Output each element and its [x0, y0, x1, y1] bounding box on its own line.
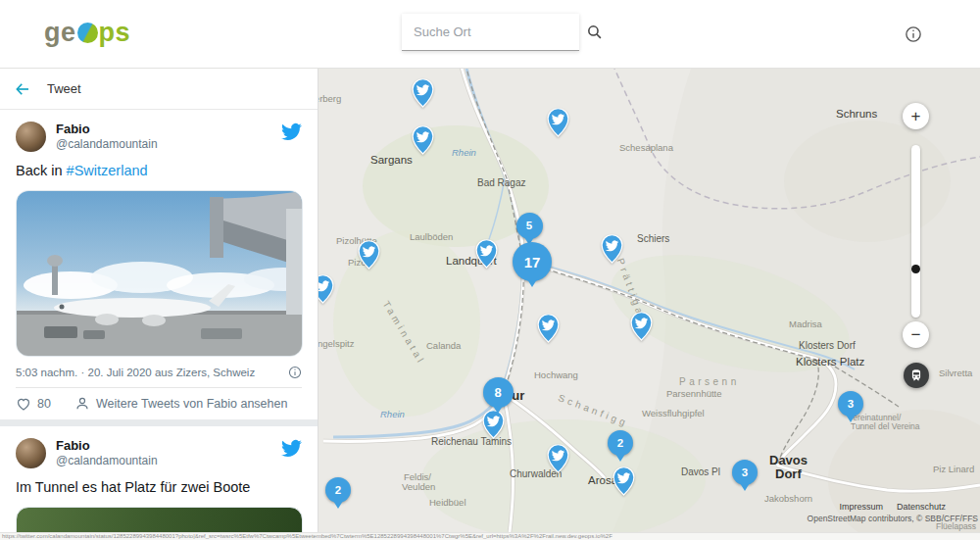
- map-label: Davos Pl: [681, 466, 720, 477]
- legal-links: Impressum Datenschutz: [839, 502, 946, 512]
- tweet-map-pin[interactable]: [537, 314, 560, 343]
- app-window: ge ps Tweet: [0, 0, 980, 540]
- tweet-cluster-marker[interactable]: 2: [325, 477, 351, 503]
- logo-text-ge: ge: [44, 18, 76, 48]
- avatar[interactable]: [16, 438, 46, 468]
- tweet-card: Fabio @calandamountain Back in #Switzerl…: [0, 110, 318, 419]
- tweet-map-pin[interactable]: [318, 274, 334, 304]
- map-label: Bad Ragaz: [477, 177, 525, 188]
- tweet-map-pin[interactable]: [630, 312, 653, 341]
- sidebar-title: Tweet: [47, 81, 81, 96]
- tweet-map-pin[interactable]: [475, 239, 498, 269]
- like-count[interactable]: 80: [37, 397, 51, 411]
- map-label: Parsenn: [679, 376, 740, 387]
- map-label: Dorf: [775, 466, 802, 481]
- search-icon[interactable]: [586, 24, 603, 40]
- tweet-map-pin[interactable]: [358, 240, 380, 270]
- map-label: Calanda: [426, 340, 461, 351]
- map-canvas[interactable]: FlumserbergSchrunsSchesaplanaRheinSargan…: [318, 69, 980, 532]
- tweet-photo[interactable]: [16, 507, 303, 532]
- tweet-map-pin[interactable]: [547, 444, 569, 473]
- map-label: Schruns: [836, 108, 877, 120]
- person-icon: [74, 396, 90, 412]
- train-icon: [909, 368, 923, 382]
- tweet-cluster-marker[interactable]: 17: [513, 242, 552, 281]
- map-label: Rhein: [380, 409, 405, 419]
- twitter-bird-icon[interactable]: [281, 438, 302, 459]
- tweet-cluster-marker[interactable]: 3: [732, 460, 758, 485]
- map-label: Heidbüel: [429, 497, 466, 508]
- like-heart-icon[interactable]: [16, 396, 31, 412]
- map-label: Jakobshorn: [764, 493, 812, 504]
- map-label: Hochwang: [534, 369, 578, 380]
- tweet-photo[interactable]: [16, 190, 303, 357]
- search-box: [402, 14, 579, 51]
- tweet-author-handle[interactable]: @calandamountain: [56, 137, 281, 152]
- tweet-sidebar: Tweet Fabio @calandamountain Back in #Sw…: [0, 69, 318, 532]
- tweet-map-pin[interactable]: [612, 466, 635, 496]
- geops-logo[interactable]: ge ps: [44, 18, 130, 48]
- tweet-cluster-marker[interactable]: 2: [608, 430, 633, 456]
- status-url-bar: https://twitter.com/calandamountain/stat…: [0, 532, 980, 540]
- logo-o-mark: [77, 23, 98, 43]
- tweet-card: Fabio @calandamountain Im Tunnel es hat …: [0, 426, 318, 532]
- map-label: Schiers: [637, 233, 669, 244]
- map-label: Klosters Dorf: [799, 340, 856, 351]
- zoom-in-button[interactable]: +: [903, 103, 929, 129]
- sidebar-header: Tweet: [0, 69, 318, 110]
- avatar[interactable]: [16, 122, 46, 152]
- tweet-map-pin[interactable]: [547, 108, 569, 137]
- map-label: Silvretta: [939, 368, 972, 378]
- logo-text-ps: ps: [99, 18, 131, 48]
- twitter-bird-icon[interactable]: [281, 122, 302, 142]
- back-arrow-icon[interactable]: [14, 80, 31, 98]
- map-label: Davos: [769, 453, 808, 467]
- map-label: Ringelspitz: [318, 338, 354, 349]
- datenschutz-link[interactable]: Datenschutz: [897, 502, 946, 512]
- tweet-info-icon[interactable]: [288, 366, 302, 379]
- tweet-map-pin[interactable]: [482, 410, 505, 439]
- tweet-author-name[interactable]: Fabio: [56, 122, 281, 137]
- tweet-text: Im Tunnel es hat Platz für zwei Boote: [16, 478, 302, 497]
- map-label: Madrisa: [789, 319, 822, 329]
- zoom-out-button[interactable]: −: [903, 321, 929, 348]
- map-label: Piz Linard: [933, 464, 974, 474]
- more-tweets-link[interactable]: Weitere Tweets von Fabio ansehen: [96, 397, 288, 411]
- tweet-timestamp[interactable]: 5:03 nachm. · 20. Juli 2020 aus Zizers, …: [16, 367, 255, 378]
- map-label: Laulböden: [410, 231, 453, 242]
- tweet-author-handle[interactable]: @calandamountain: [56, 454, 281, 468]
- app-header: ge ps: [0, 0, 980, 69]
- tweet-map-pin[interactable]: [412, 125, 434, 155]
- map-attribution: OpenStreetMap contributors, © SBB/CFF/FF…: [808, 514, 978, 523]
- info-icon[interactable]: [905, 25, 922, 43]
- map-label: Veulden: [402, 481, 435, 492]
- map-label: Rhein: [452, 147, 476, 158]
- tweet-text: Back in #Switzerland: [16, 162, 302, 180]
- tweet-map-pin[interactable]: [412, 78, 434, 108]
- hashtag-link[interactable]: #Switzerland: [67, 163, 148, 178]
- map-label: Sargans: [370, 154, 413, 166]
- map-label: Parsennhütte: [666, 388, 722, 399]
- impressum-link[interactable]: Impressum: [839, 502, 883, 512]
- map-label: Klosters Platz: [796, 356, 864, 368]
- card-separator: [0, 419, 318, 426]
- map-label: Tunnel del Vereina: [851, 421, 920, 431]
- search-input[interactable]: [414, 25, 586, 39]
- tweet-cluster-marker[interactable]: 3: [838, 391, 863, 417]
- map-label: Schesaplana: [619, 142, 673, 153]
- tweet-cluster-marker[interactable]: 8: [483, 377, 514, 408]
- tweet-map-pin[interactable]: [601, 234, 623, 264]
- tweet-cluster-marker[interactable]: 5: [516, 213, 543, 239]
- tweet-author-name[interactable]: Fabio: [56, 438, 281, 454]
- map-label: Weissfluhgipfel: [642, 408, 705, 418]
- train-layer-button[interactable]: [904, 363, 929, 388]
- zoom-slider-thumb[interactable]: [911, 265, 920, 273]
- map-label: Flumserberg: [318, 93, 341, 104]
- zoom-slider[interactable]: [911, 145, 920, 318]
